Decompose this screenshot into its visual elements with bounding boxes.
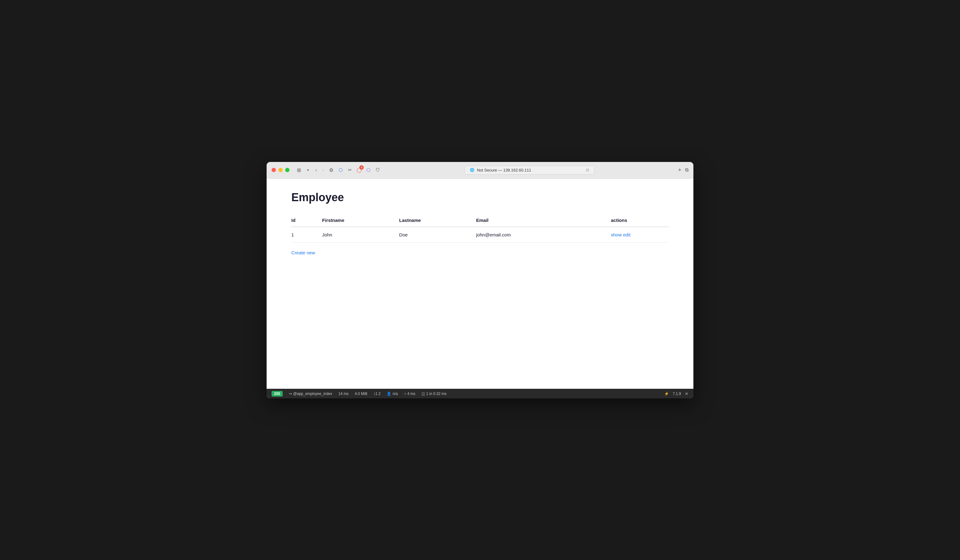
tool-icon[interactable]: ✂ <box>347 167 353 173</box>
cell-lastname: Doe <box>399 227 476 243</box>
new-tab-button[interactable]: + <box>678 167 682 173</box>
symfony-icon: ⚡ <box>664 392 669 396</box>
layers-icon[interactable]: ⬡ <box>365 167 371 173</box>
db-queries-text: 1 in 0.32 ms <box>426 392 446 396</box>
user-text: n/a <box>392 392 398 396</box>
bookmark-icon[interactable]: ⬡ <box>338 167 344 173</box>
notification-badge: 5 <box>359 165 364 170</box>
employee-table: Id Firstname Lastname Email actions 1 Jo… <box>291 214 669 243</box>
create-new-link[interactable]: Create new <box>291 250 315 255</box>
db-queries-item: ◫ 1 in 0.32 ms <box>422 392 446 396</box>
db-icon: ⑁ <box>404 392 406 396</box>
route-text: @app_employee_index <box>293 392 332 396</box>
window-controls-right: + ⧉ <box>678 167 688 173</box>
column-header-lastname: Lastname <box>399 214 476 227</box>
table-header-row: Id Firstname Lastname Email actions <box>291 214 669 227</box>
cell-id: 1 <box>291 227 322 243</box>
db-time-item: ⑁ 4 ms <box>404 392 415 396</box>
column-header-actions: actions <box>611 214 669 227</box>
column-header-email: Email <box>476 214 611 227</box>
back-button[interactable]: ‹ <box>314 167 318 173</box>
close-button[interactable] <box>272 168 276 172</box>
tabs-button[interactable]: ⧉ <box>685 167 688 173</box>
transfers-text: ↕1 2 <box>374 392 381 396</box>
settings-icon[interactable]: ⚙ <box>328 167 334 173</box>
route-item: ↪ @app_employee_index <box>289 392 332 396</box>
db-queries-icon: ◫ <box>422 392 425 396</box>
reader-mode-icon[interactable]: ⊡ <box>586 168 589 172</box>
table-row: 1 John Doe john@email.com show edit <box>291 227 669 243</box>
chevron-down-icon[interactable]: ▾ <box>305 167 311 173</box>
time-item: 14 ms <box>338 392 349 396</box>
memory-text: 4.0 MiB <box>355 392 367 396</box>
time-text: 14 ms <box>338 392 349 396</box>
minimize-button[interactable] <box>278 168 283 172</box>
db-time-text: 4 ms <box>407 392 415 396</box>
security-icon[interactable]: ⛉ <box>374 167 381 173</box>
transfers-item: ↕1 2 <box>374 392 381 396</box>
toolbar-icons: ⊞ ▾ ‹ › ⚙ ⬡ ✂ ◯ 5 ⬡ ⛉ <box>296 167 381 173</box>
lock-icon: 🌐 <box>470 168 474 172</box>
http-status-badge: 200 <box>272 391 283 397</box>
user-item: 👤 n/a <box>387 392 398 396</box>
route-icon: ↪ <box>289 392 292 396</box>
column-header-id: Id <box>291 214 322 227</box>
cell-actions: show edit <box>611 227 669 243</box>
forward-button[interactable]: › <box>322 167 325 173</box>
sidebar-toggle-icon[interactable]: ⊞ <box>296 167 302 173</box>
cell-firstname: John <box>322 227 399 243</box>
memory-item: 4.0 MiB <box>355 392 367 396</box>
user-icon: 👤 <box>387 392 391 396</box>
close-status-button[interactable]: ✕ <box>685 391 688 396</box>
traffic-lights <box>272 168 290 172</box>
page-title: Employee <box>291 191 669 204</box>
version-text: 7.1.9 <box>673 392 681 396</box>
page-content: Employee Id Firstname Lastname Email act… <box>267 179 693 389</box>
browser-window: ⊞ ▾ ‹ › ⚙ ⬡ ✂ ◯ 5 ⬡ ⛉ 🌐 Not Secure — 139… <box>267 162 693 398</box>
cell-email: john@email.com <box>476 227 611 243</box>
edit-link[interactable]: edit <box>623 232 630 237</box>
address-bar-wrapper: 🌐 Not Secure — 139.162.60.111 ⊡ <box>384 166 674 175</box>
shield-icon[interactable]: ◯ 5 <box>356 167 362 173</box>
column-header-firstname: Firstname <box>322 214 399 227</box>
maximize-button[interactable] <box>285 168 290 172</box>
title-bar: ⊞ ▾ ‹ › ⚙ ⬡ ✂ ◯ 5 ⬡ ⛉ 🌐 Not Secure — 139… <box>267 162 693 179</box>
show-link[interactable]: show <box>611 232 622 237</box>
address-text: Not Secure — 139.162.60.111 <box>477 168 531 172</box>
address-bar[interactable]: 🌐 Not Secure — 139.162.60.111 ⊡ <box>464 166 594 175</box>
status-bar: 200 ↪ @app_employee_index 14 ms 4.0 MiB … <box>267 389 693 398</box>
status-right: ⚡ 7.1.9 ✕ <box>664 391 688 396</box>
